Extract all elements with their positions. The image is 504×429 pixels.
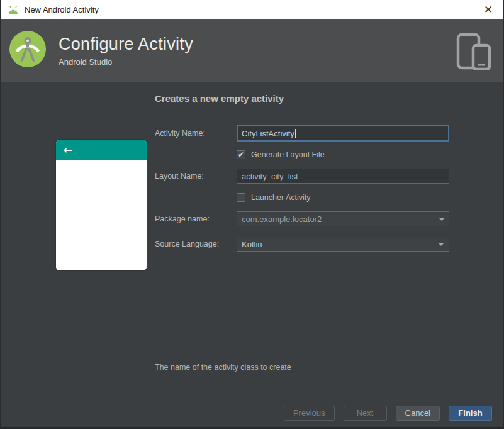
package-name-label: Package name:: [155, 214, 210, 223]
android-studio-logo-icon: [8, 30, 47, 71]
android-head-icon: [7, 4, 20, 14]
checkbox-unchecked-icon[interactable]: [237, 193, 245, 202]
form-heading: Creates a new empty activity: [155, 93, 284, 104]
back-arrow-icon: ←: [64, 145, 72, 155]
devices-icon: [456, 33, 492, 73]
launcher-activity-label: Launcher Activity: [251, 193, 311, 202]
activity-name-value: CityListActivity: [242, 129, 294, 138]
layout-name-label: Layout Name:: [155, 172, 204, 181]
package-name-combobox[interactable]: com.example.locator2: [237, 211, 449, 226]
chevron-down-icon: [439, 218, 445, 221]
layout-name-value: activity_city_list: [242, 172, 298, 181]
title-bar: New Android Activity ✕: [1, 0, 503, 19]
generate-layout-label: Generate Layout File: [251, 150, 325, 159]
activity-name-input[interactable]: CityListActivity: [237, 125, 449, 142]
source-language-value: Kotlin: [237, 240, 434, 249]
source-language-label: Source Language:: [155, 240, 219, 248]
window-title: New Android Activity: [25, 5, 99, 14]
hint-text: The name of the activity class to create: [155, 363, 291, 372]
preview-content: [56, 160, 147, 270]
finish-button[interactable]: Finish: [449, 406, 492, 421]
wizard-body: ← Creates a new empty activity Activity …: [1, 82, 503, 399]
close-icon[interactable]: ✕: [479, 1, 497, 18]
cancel-button[interactable]: Cancel: [396, 406, 440, 421]
previous-button[interactable]: Previous: [284, 406, 335, 421]
package-name-dropdown-button[interactable]: [434, 212, 449, 226]
source-language-combobox[interactable]: Kotlin: [237, 237, 449, 252]
layout-name-input[interactable]: activity_city_list: [237, 169, 449, 184]
package-name-value: com.example.locator2: [237, 214, 434, 224]
text-caret: [295, 129, 296, 138]
header-title: Configure Activity: [59, 35, 193, 53]
generate-layout-checkbox[interactable]: ✔ Generate Layout File: [237, 150, 325, 159]
wizard-footer: Previous Next Cancel Finish: [1, 399, 503, 426]
checkbox-checked-icon[interactable]: ✔: [237, 150, 245, 159]
activity-name-label: Activity Name:: [155, 129, 205, 138]
header-subtitle: Android Studio: [59, 57, 193, 67]
activity-preview: ←: [56, 140, 147, 270]
chevron-down-icon: [438, 243, 444, 246]
source-language-dropdown-button[interactable]: [434, 237, 449, 251]
next-button[interactable]: Next: [344, 406, 387, 421]
wizard-header: Configure Activity Android Studio: [1, 19, 503, 82]
hint-separator: [155, 357, 449, 357]
new-android-activity-dialog: New Android Activity ✕ Configure Activit…: [0, 0, 504, 429]
launcher-activity-checkbox[interactable]: Launcher Activity: [237, 193, 311, 202]
preview-appbar: ←: [56, 140, 147, 160]
